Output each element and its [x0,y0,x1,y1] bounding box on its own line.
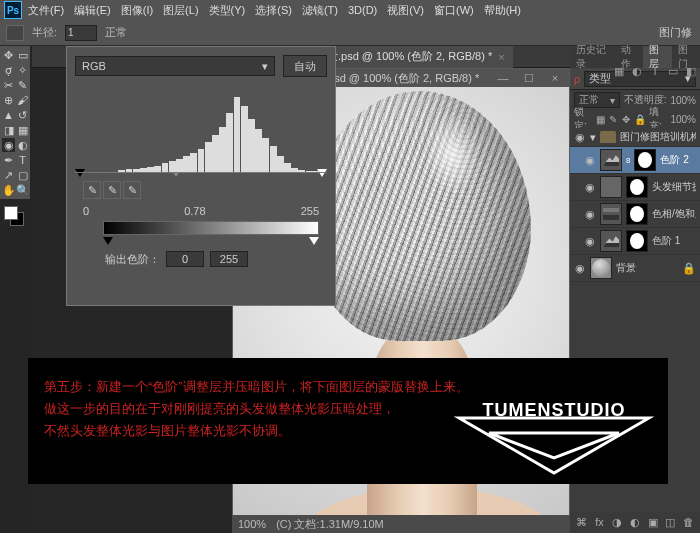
input-white-value[interactable]: 255 [301,205,319,217]
image-thumb[interactable] [600,176,622,198]
layer-row[interactable]: ◉ 头发细节提取 [570,174,700,201]
blend-mode-value[interactable]: 正常 [105,25,127,40]
image-thumb[interactable] [590,257,612,279]
gradient-tool[interactable]: ▦ [16,123,29,137]
close-button[interactable]: × [545,72,565,84]
lasso-tool[interactable]: ợ [2,63,15,77]
input-gamma-value[interactable]: 0.78 [184,205,205,217]
fx-icon[interactable]: fx [594,515,606,529]
zoom-level[interactable]: 100% [238,518,266,530]
black-eyedropper[interactable]: ✎ [83,181,101,199]
visibility-icon[interactable]: ◉ [584,181,596,193]
layer-row[interactable]: ◉ 色相/饱和度 1 [570,201,700,228]
history-brush-tool[interactable]: ↺ [16,108,29,122]
output-white-slider[interactable] [309,237,319,245]
type-tool[interactable]: T [16,153,29,167]
menu-type[interactable]: 类型(Y) [205,3,250,18]
channel-select[interactable]: RGB ▾ [75,56,275,76]
layer-row[interactable]: ◉ 8 色阶 2 [570,147,700,174]
maximize-button[interactable]: ☐ [519,72,539,84]
filter-text-icon[interactable]: T [648,64,662,78]
dodge-tool[interactable]: ◐ [16,138,29,152]
foreground-swatch[interactable] [4,206,18,220]
eraser-tool[interactable]: ◨ [2,123,15,137]
menu-3d[interactable]: 3D(D) [344,4,381,16]
visibility-icon[interactable]: ◉ [574,262,586,274]
menu-layer[interactable]: 图层(L) [159,3,202,18]
close-icon[interactable]: × [498,51,504,63]
layer-name[interactable]: 色阶 2 [660,153,696,167]
menu-edit[interactable]: 编辑(E) [70,3,115,18]
group-name[interactable]: 图门修图培训机构 [620,130,696,144]
visibility-icon[interactable]: ◉ [574,131,586,143]
radius-input[interactable] [65,25,97,41]
gray-eyedropper[interactable]: ✎ [103,181,121,199]
blur-tool[interactable]: ◉ [2,138,15,152]
fill-value[interactable]: 100% [670,114,696,125]
output-gradient[interactable] [103,221,319,235]
filter-adjust-icon[interactable]: ◐ [630,64,644,78]
group-icon[interactable]: ▣ [647,515,659,529]
mask-thumb[interactable] [626,230,648,252]
filter-shape-icon[interactable]: ▭ [666,64,680,78]
brush-tool[interactable]: 🖌 [16,93,29,107]
output-white-input[interactable] [210,251,248,267]
heal-tool[interactable]: ⊕ [2,93,15,107]
mask-icon[interactable]: ◑ [611,515,623,529]
layer-row[interactable]: ◉ 色阶 1 [570,228,700,255]
mask-thumb[interactable] [626,176,648,198]
menu-select[interactable]: 选择(S) [251,3,296,18]
layer-row[interactable]: ◉ 背景 🔒 [570,255,700,282]
white-eyedropper[interactable]: ✎ [123,181,141,199]
opacity-value[interactable]: 100% [670,95,696,106]
shape-tool[interactable]: ▢ [16,168,29,182]
visibility-icon[interactable]: ◉ [584,235,596,247]
wand-tool[interactable]: ✧ [16,63,29,77]
menu-window[interactable]: 窗口(W) [430,3,478,18]
menu-image[interactable]: 图像(I) [117,3,157,18]
stamp-tool[interactable]: ▲ [2,108,15,122]
hand-tool[interactable]: ✋ [2,183,15,197]
eyedropper-tool[interactable]: ✎ [16,78,29,92]
marquee-tool[interactable]: ▭ [16,48,29,62]
move-tool[interactable]: ✥ [2,48,15,62]
mask-thumb[interactable] [626,203,648,225]
adjustment-icon[interactable]: ◐ [629,515,641,529]
path-tool[interactable]: ↗ [2,168,15,182]
link-layers-icon[interactable]: ⌘ [576,515,588,529]
link-icon[interactable]: 8 [626,156,630,165]
new-layer-icon[interactable]: ◫ [665,515,677,529]
lock-all-icon[interactable]: 🔒 [634,113,646,125]
chevron-down-icon[interactable]: ▾ [590,131,596,144]
doc-size-status[interactable]: (C) 文档:1.31M/9.10M [276,517,384,532]
pen-tool[interactable]: ✒ [2,153,15,167]
input-black-value[interactable]: 0 [83,205,89,217]
filter-image-icon[interactable]: ▦ [612,64,626,78]
lock-pixels-icon[interactable]: ▦ [596,113,606,125]
menu-help[interactable]: 帮助(H) [480,3,525,18]
hue-thumb[interactable] [600,203,622,225]
mask-thumb[interactable] [634,149,656,171]
minimize-button[interactable]: — [493,72,513,84]
output-black-slider[interactable] [103,237,113,245]
menu-file[interactable]: 文件(F) [24,3,68,18]
layer-name[interactable]: 头发细节提取 [652,180,696,194]
tool-preset-button[interactable] [6,25,24,41]
levels-thumb[interactable] [600,230,622,252]
levels-thumb[interactable] [600,149,622,171]
menu-view[interactable]: 视图(V) [383,3,428,18]
workspace-name[interactable]: 图门修 [659,25,692,40]
menu-filter[interactable]: 滤镜(T) [298,3,342,18]
crop-tool[interactable]: ✂ [2,78,15,92]
trash-icon[interactable]: 🗑 [682,515,694,529]
tab-history[interactable]: 历史记录 [570,46,615,68]
layer-group[interactable]: ◉ ▾ 图门修图培训机构 [570,128,700,147]
filter-smart-icon[interactable]: ◧ [684,64,698,78]
visibility-icon[interactable]: ◉ [584,208,596,220]
visibility-icon[interactable]: ◉ [584,154,596,166]
layer-name[interactable]: 色阶 1 [652,234,696,248]
output-black-input[interactable] [166,251,204,267]
auto-button[interactable]: 自动 [283,55,327,77]
lock-paint-icon[interactable]: ✎ [608,113,618,125]
zoom-tool[interactable]: 🔍 [16,183,29,197]
